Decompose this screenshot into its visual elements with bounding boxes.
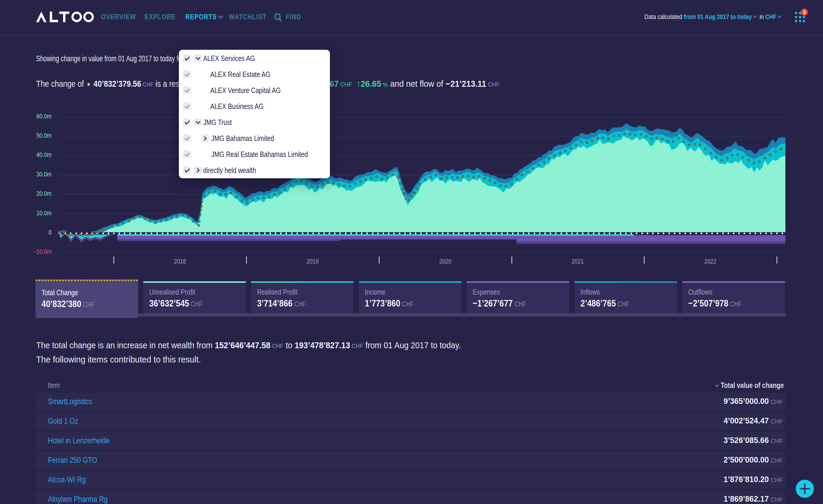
svg-text:3: 3: [803, 9, 806, 15]
